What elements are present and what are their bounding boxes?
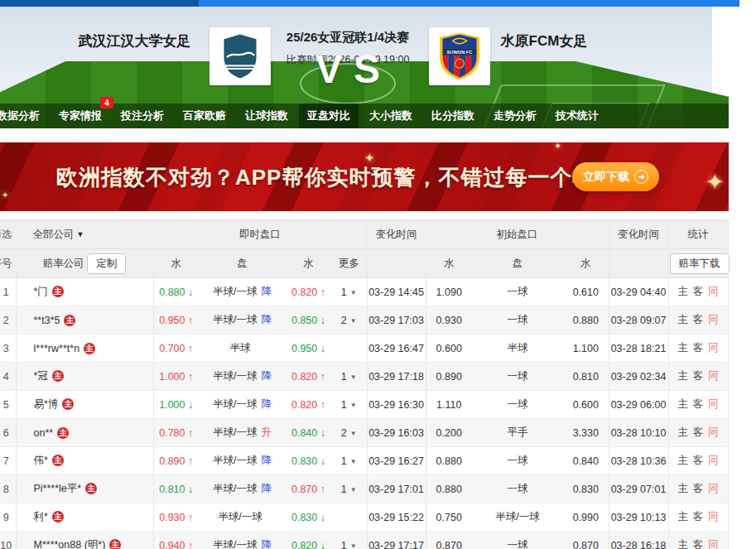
- initial-water-away: 0.610: [563, 278, 609, 306]
- instant-water-away: 0.820 ↑: [286, 391, 331, 419]
- tab-trend-analysis[interactable]: 走势分析: [485, 104, 545, 128]
- instant-handicap: 半球/一球降: [199, 278, 286, 306]
- company-cell[interactable]: Pi****le平*主: [16, 475, 153, 503]
- more-dropdown[interactable]: 1▼: [331, 475, 367, 503]
- away-team-name: 水原FCM女足: [465, 31, 623, 51]
- initial-handicap: 一球: [472, 306, 563, 335]
- stats-link-away[interactable]: 客: [693, 286, 704, 297]
- tab-over-under-index[interactable]: 大小指数: [361, 104, 421, 128]
- tab-tech-stats[interactable]: 技术统计: [547, 104, 607, 128]
- more-dropdown[interactable]: 1▼: [331, 447, 367, 475]
- company-name: l***rw**t*n: [34, 343, 80, 354]
- row-number: 2: [0, 306, 16, 335]
- stats-link-home[interactable]: 主: [677, 342, 688, 354]
- stats-link-away[interactable]: 客: [693, 398, 704, 410]
- instant-handicap: 半球/一球降: [199, 306, 286, 335]
- stats-link-away[interactable]: 客: [693, 342, 704, 354]
- more-dropdown[interactable]: 2▼: [331, 306, 367, 335]
- caret-down-icon: ▼: [350, 542, 357, 549]
- stats-link-home[interactable]: 主: [677, 483, 688, 494]
- stats-link-same[interactable]: 同: [708, 539, 719, 549]
- tab-expert-info[interactable]: 专家情报4: [51, 104, 110, 128]
- stats-link-home[interactable]: 主: [677, 314, 688, 325]
- more-dropdown[interactable]: [331, 335, 367, 363]
- stats-link-home[interactable]: 主: [677, 511, 688, 523]
- initial-water-home: 1.110: [426, 391, 472, 419]
- more-dropdown[interactable]: 1▼: [331, 278, 367, 306]
- instant-water-away: 0.870 ↑: [286, 475, 331, 503]
- stats-link-away[interactable]: 客: [693, 539, 704, 549]
- handicap-trend-tag: 降: [261, 483, 272, 494]
- more-dropdown[interactable]: [331, 503, 367, 532]
- main-company-badge-icon: 主: [109, 539, 121, 549]
- company-name: **t3*5: [34, 315, 60, 326]
- tab-euro-odds[interactable]: 百家欧赔: [175, 104, 234, 128]
- promo-banner[interactable]: ✦ ✦ ✦ ✦ 欧洲指数不对劲？APP帮你实时预警，不错过每一个机会！ 立即下载…: [0, 142, 729, 211]
- initial-change-time: 03-29 04:40: [609, 278, 668, 306]
- company-filter-dropdown[interactable]: 全部公司▼: [16, 220, 153, 249]
- tab-asian-odds-compare[interactable]: 亚盘对比: [299, 104, 359, 128]
- stats-link-same[interactable]: 同: [708, 370, 719, 382]
- company-cell[interactable]: *门主: [16, 278, 153, 306]
- col-sort-clipped: 筛选: [0, 220, 16, 249]
- more-count: 1: [341, 540, 347, 549]
- initial-change-time: 03-29 10:13: [609, 503, 668, 532]
- stats-link-same[interactable]: 同: [708, 455, 719, 466]
- tab-score-index[interactable]: 比分指数: [423, 104, 483, 128]
- stats-links: 主客同: [668, 503, 728, 532]
- change-time: 03-29 16:27: [367, 447, 426, 475]
- stats-link-same[interactable]: 同: [708, 314, 719, 325]
- caret-down-icon: ▼: [350, 317, 357, 325]
- main-company-badge-icon: 主: [52, 286, 64, 297]
- tab-bet-analysis[interactable]: 投注分析: [113, 104, 172, 128]
- initial-water-home: 0.880: [426, 475, 472, 503]
- handicap-value: 半球/一球: [213, 455, 257, 466]
- instant-water-home: 0.880 ↓: [153, 278, 199, 306]
- company-cell[interactable]: M****on88 (明*)主: [16, 532, 153, 549]
- stats-link-away[interactable]: 客: [693, 426, 704, 438]
- tab-data-analysis[interactable]: 数据分析: [0, 104, 48, 128]
- company-name: 易*博: [34, 398, 59, 410]
- company-name: *冠: [34, 370, 48, 382]
- more-dropdown[interactable]: 2▼: [331, 419, 367, 447]
- top-accent-bar-dark-segment: [0, 0, 199, 7]
- stats-link-same[interactable]: 同: [708, 426, 719, 438]
- stats-link-away[interactable]: 客: [693, 314, 704, 325]
- initial-water-home: 0.930: [426, 306, 472, 335]
- stats-link-same[interactable]: 同: [708, 398, 719, 410]
- stats-link-home[interactable]: 主: [677, 370, 688, 382]
- download-app-button[interactable]: 立即下载 ➜: [572, 162, 659, 191]
- stats-link-same[interactable]: 同: [708, 511, 719, 523]
- caret-down-icon: ▼: [350, 430, 357, 437]
- more-dropdown[interactable]: 1▼: [331, 363, 367, 391]
- company-cell[interactable]: on**主: [16, 419, 153, 447]
- stats-link-home[interactable]: 主: [677, 286, 688, 297]
- stats-link-same[interactable]: 同: [708, 286, 719, 297]
- company-cell[interactable]: *冠主: [16, 363, 153, 391]
- stats-link-home[interactable]: 主: [677, 455, 688, 466]
- odds-download-button[interactable]: 赔率下载: [670, 253, 730, 274]
- customize-button[interactable]: 定制: [87, 253, 126, 274]
- stats-link-home[interactable]: 主: [677, 539, 688, 549]
- company-cell[interactable]: l***rw**t*n主: [16, 335, 153, 363]
- more-count: 1: [341, 484, 347, 495]
- company-cell[interactable]: 伟*主: [16, 447, 153, 475]
- stats-link-same[interactable]: 同: [708, 483, 719, 494]
- stats-link-away[interactable]: 客: [693, 370, 704, 382]
- initial-handicap: 一球: [472, 475, 563, 503]
- stats-link-away[interactable]: 客: [693, 483, 704, 494]
- stats-link-home[interactable]: 主: [677, 398, 688, 410]
- tab-handicap-index[interactable]: 让球指数: [237, 104, 296, 128]
- stats-link-away[interactable]: 客: [693, 511, 704, 523]
- company-cell[interactable]: 利*主: [16, 503, 153, 532]
- company-cell[interactable]: 易*博主: [16, 391, 153, 419]
- stats-link-same[interactable]: 同: [708, 342, 719, 354]
- stats-link-home[interactable]: 主: [677, 426, 688, 438]
- stats-link-away[interactable]: 客: [693, 455, 704, 466]
- handicap-value: 半球/一球: [213, 539, 257, 549]
- more-dropdown[interactable]: 1▼: [331, 391, 367, 419]
- handicap-value: 半球/一球: [213, 286, 257, 297]
- company-cell[interactable]: **t3*5主: [16, 306, 153, 335]
- more-dropdown[interactable]: 1▼: [331, 532, 367, 549]
- top-accent-bar: [0, 0, 739, 7]
